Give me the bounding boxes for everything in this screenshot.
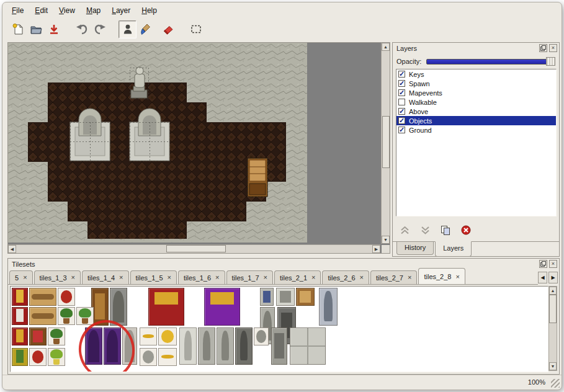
resize-grip[interactable]	[551, 379, 560, 388]
layer-visibility-checkbox[interactable]: ✓	[398, 89, 405, 96]
tile-throne-purple[interactable]	[204, 288, 240, 326]
tile-banner-red-2[interactable]	[12, 307, 28, 325]
layer-visibility-checkbox[interactable]	[398, 99, 405, 105]
tileset-tab-5[interactable]: 5×	[9, 270, 33, 284]
tile-loom-2[interactable]	[29, 307, 56, 325]
menu-item-map[interactable]: Map	[81, 4, 106, 17]
tileset-scroll-thumb[interactable]	[549, 295, 557, 323]
tab-close-icon[interactable]: ×	[455, 274, 459, 280]
tab-close-icon[interactable]: ×	[168, 274, 171, 281]
tile-gargoyle-2[interactable]	[217, 327, 234, 365]
layers-list[interactable]: ✓Keys✓Spawn✓MapeventsWalkable✓Above✓Obje…	[396, 69, 557, 216]
tileset-tab-tiles_1_3[interactable]: tiles_1_3×	[34, 270, 81, 284]
scroll-right-arrow[interactable]: ▶	[372, 245, 380, 253]
tile-treasure-gold[interactable]	[158, 327, 177, 345]
layer-row-keys[interactable]: ✓Keys	[396, 69, 556, 79]
tile-banner-yellow[interactable]	[12, 348, 28, 366]
layer-visibility-checkbox[interactable]: ✓	[398, 80, 405, 87]
tile-urn-gray[interactable]	[254, 327, 269, 345]
opacity-slider-handle[interactable]	[546, 57, 555, 66]
scroll-down-arrow[interactable]: ▼	[549, 362, 557, 370]
layer-visibility-checkbox[interactable]: ✓	[398, 108, 405, 115]
tile-banner-red-1[interactable]	[12, 288, 28, 306]
float-panel-icon[interactable]	[539, 260, 547, 268]
tile-gate-gray[interactable]	[110, 288, 127, 326]
scroll-up-arrow[interactable]: ▲	[549, 287, 557, 295]
tileset-tab-tiles_2_1[interactable]: tiles_2_1×	[274, 270, 321, 284]
tile-key-gold[interactable]	[140, 327, 157, 345]
tab-layers[interactable]: Layers	[435, 241, 472, 257]
float-panel-icon[interactable]	[539, 44, 547, 52]
tile-plant-banana[interactable]	[48, 348, 65, 366]
tab-close-icon[interactable]: ×	[408, 274, 411, 281]
tile-banner-shield[interactable]	[12, 327, 28, 345]
layer-row-objects[interactable]: ✓Objects	[396, 116, 556, 125]
tile-plant-1[interactable]	[58, 307, 75, 325]
menu-item-layer[interactable]: Layer	[106, 4, 136, 17]
layer-visibility-checkbox[interactable]: ✓	[398, 117, 405, 124]
tile-floor-tiles-light[interactable]	[290, 327, 326, 365]
map-horizontal-scrollbar[interactable]: ◀ ▶	[8, 244, 380, 253]
tab-scroll-left-icon[interactable]: ◀	[538, 272, 547, 283]
tileset-vertical-scrollbar[interactable]: ▲ ▼	[548, 286, 557, 371]
scroll-up-arrow[interactable]: ▲	[382, 43, 390, 51]
open-button[interactable]	[27, 20, 45, 38]
tile-armor-knight[interactable]	[319, 288, 338, 326]
map-vertical-scrollbar[interactable]: ▲ ▼	[381, 43, 390, 244]
scroll-down-arrow[interactable]: ▼	[382, 236, 390, 244]
tile-gargoyle-dark[interactable]	[235, 327, 253, 365]
tab-close-icon[interactable]: ×	[311, 274, 315, 281]
layer-row-walkable[interactable]: Walkable	[396, 97, 556, 107]
layer-row-ground[interactable]: ✓Ground	[396, 125, 556, 135]
tile-shelf-wood[interactable]	[296, 288, 315, 306]
tile-gargoyle-1[interactable]	[198, 327, 215, 365]
tileset-tab-tiles_1_5[interactable]: tiles_1_5×	[130, 270, 177, 284]
menu-item-edit[interactable]: Edit	[29, 4, 53, 17]
tile-pot-red-2[interactable]	[29, 348, 47, 366]
tile-picture-frame[interactable]	[260, 288, 274, 306]
tile-plant-3[interactable]	[48, 327, 65, 345]
layer-visibility-checkbox[interactable]: ✓	[398, 71, 405, 78]
brush-tool-button[interactable]	[137, 20, 154, 38]
tileset-tab-tiles_1_4[interactable]: tiles_1_4×	[82, 270, 128, 284]
map-viewport[interactable]: ◀ ▶ ▲ ▼	[7, 42, 390, 254]
map-h-scroll-thumb[interactable]	[166, 245, 226, 252]
eraser-tool-button[interactable]	[159, 20, 177, 38]
redo-button[interactable]	[91, 20, 109, 38]
tileset-tab-tiles_1_7[interactable]: tiles_1_7×	[226, 270, 273, 284]
tab-close-icon[interactable]: ×	[215, 274, 219, 281]
save-button[interactable]	[45, 20, 63, 38]
new-file-button[interactable]	[9, 20, 27, 38]
delete-layer-button[interactable]	[459, 224, 473, 236]
tile-loom-1[interactable]	[29, 288, 56, 306]
tileset-tab-tiles_2_7[interactable]: tiles_2_7×	[370, 270, 417, 284]
tile-throne-red[interactable]	[148, 288, 184, 326]
tileset-tab-tiles_2_8[interactable]: tiles_2_8×	[418, 268, 465, 284]
tab-close-icon[interactable]: ×	[23, 274, 27, 281]
opacity-slider[interactable]	[426, 59, 555, 65]
tab-history[interactable]: History	[396, 242, 434, 255]
close-panel-icon[interactable]: ×	[549, 260, 557, 268]
tile-rock-gray[interactable]	[140, 348, 157, 366]
tile-pillar-tomb[interactable]	[271, 327, 287, 365]
scroll-left-arrow[interactable]: ◀	[8, 245, 16, 253]
tab-close-icon[interactable]: ×	[360, 274, 364, 281]
tile-statue-angel[interactable]	[179, 327, 197, 365]
tile-plant-2[interactable]	[76, 307, 94, 325]
menu-item-help[interactable]: Help	[136, 4, 163, 17]
tileset-tab-tiles_2_6[interactable]: tiles_2_6×	[322, 270, 369, 284]
map-v-scroll-thumb[interactable]	[382, 116, 390, 168]
undo-button[interactable]	[73, 20, 91, 38]
raise-layer-button[interactable]	[398, 224, 411, 236]
stamp-tool-button[interactable]	[119, 20, 137, 38]
select-tool-button[interactable]	[187, 20, 205, 38]
tile-bookshelf-small[interactable]	[29, 327, 47, 345]
tileset-tab-tiles_1_6[interactable]: tiles_1_6×	[178, 270, 225, 284]
layer-row-above[interactable]: ✓Above	[396, 107, 556, 116]
menu-item-view[interactable]: View	[53, 4, 81, 17]
close-panel-icon[interactable]: ×	[549, 44, 557, 52]
layer-row-spawn[interactable]: ✓Spawn	[396, 79, 556, 88]
menu-item-file[interactable]: File	[6, 4, 29, 17]
tileset-content[interactable]	[10, 286, 548, 372]
tab-close-icon[interactable]: ×	[71, 274, 75, 281]
